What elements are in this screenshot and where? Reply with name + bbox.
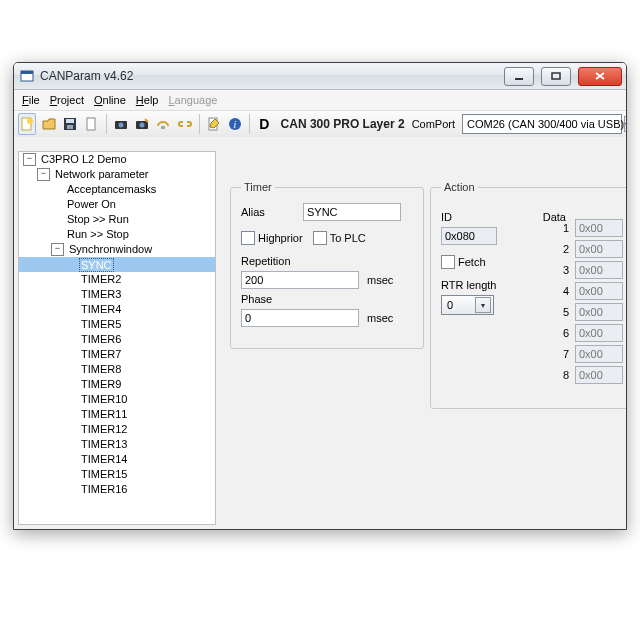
alias-label: Alias [241,206,299,218]
toolbar-save-icon[interactable] [61,113,79,135]
tree-sync-selected[interactable]: SYNC [19,257,215,272]
chevron-down-icon: ▾ [475,297,491,313]
data-index: 8 [559,369,569,381]
close-button[interactable] [578,67,622,86]
toolbar-page-icon[interactable] [82,113,100,135]
toolbar-edit-icon[interactable] [205,113,223,135]
tree-timer-item[interactable]: TIMER5 [19,317,215,332]
toolbar-link-icon[interactable] [175,113,193,135]
tree-timer-item[interactable]: TIMER15 [19,467,215,482]
data-row: 30x00 [559,259,623,280]
repetition-input[interactable] [241,271,359,289]
tree-timer-item[interactable]: TIMER10 [19,392,215,407]
tree-timer-item[interactable]: TIMER4 [19,302,215,317]
maximize-button[interactable] [541,67,571,86]
menu-bar: File Project Online Help Language [14,90,626,111]
menu-language[interactable]: Language [168,94,217,106]
checkbox-icon [313,231,327,245]
menu-file[interactable]: File [22,94,40,106]
comport-select[interactable]: COM26 (CAN 300/400 via USB) ▾ [462,114,622,134]
svg-point-13 [139,123,144,128]
tree-root[interactable]: − C3PRO L2 Demo [19,152,215,167]
tree-timer-item[interactable]: TIMER8 [19,362,215,377]
tree-synchronwindow[interactable]: −Synchronwindow [19,242,215,257]
minimize-button[interactable] [504,67,534,86]
collapse-icon[interactable]: − [23,153,36,166]
app-icon [20,69,34,83]
checkbox-icon [241,231,255,245]
collapse-icon[interactable]: − [51,243,64,256]
menu-project[interactable]: Project [50,94,84,106]
device-title: CAN 300 PRO Layer 2 [277,117,409,131]
toolbar-open-icon[interactable] [39,113,57,135]
repetition-label: Repetition [241,255,413,267]
data-byte-field[interactable]: 0x00 [575,324,623,342]
highprior-checkbox[interactable]: Highprior [241,231,303,245]
id-label: ID [441,211,531,223]
svg-rect-1 [21,71,33,74]
tree-item[interactable]: Power On [19,197,215,212]
client-area: − C3PRO L2 Demo − Network parameter Acce… [14,137,626,529]
tree-item[interactable]: Acceptancemasks [19,182,215,197]
msec-unit: msec [367,274,393,286]
id-field[interactable]: 0x080 [441,227,497,245]
tree-timer-item[interactable]: TIMER7 [19,347,215,362]
toolbar-connect-icon[interactable] [154,113,172,135]
timer-legend: Timer [241,181,275,193]
toolbar-camera2-icon[interactable] [133,113,151,135]
rtr-select[interactable]: 0 ▾ [441,295,494,315]
data-index: 4 [559,285,569,297]
svg-rect-14 [161,126,165,129]
svg-rect-7 [66,119,74,123]
tree-network[interactable]: − Network parameter [19,167,215,182]
svg-rect-3 [552,73,560,79]
app-window: CANParam v4.62 File Project Online Help … [13,62,627,530]
data-index: 7 [559,348,569,360]
data-byte-field[interactable]: 0x00 [575,345,623,363]
tree-timer-item[interactable]: TIMER13 [19,437,215,452]
svg-point-11 [118,123,123,128]
timer-group: Timer Alias Highprior To PLC Repetition [230,181,424,349]
data-byte-field[interactable]: 0x00 [575,219,623,237]
data-row: 60x00 [559,322,623,343]
project-tree[interactable]: − C3PRO L2 Demo − Network parameter Acce… [18,151,216,525]
data-byte-field[interactable]: 0x00 [575,282,623,300]
tree-item[interactable]: Run >> Stop [19,227,215,242]
tree-timer-item[interactable]: TIMER16 [19,482,215,497]
tree-timer-item[interactable]: TIMER9 [19,377,215,392]
toplc-checkbox[interactable]: To PLC [313,231,366,245]
toolbar-info-icon[interactable]: i [226,113,244,135]
collapse-icon[interactable]: − [37,168,50,181]
data-byte-field[interactable]: 0x00 [575,366,623,384]
menu-online[interactable]: Online [94,94,126,106]
data-byte-field[interactable]: 0x00 [575,240,623,258]
window-title: CANParam v4.62 [40,69,133,83]
action-legend: Action [441,181,478,193]
data-row: 40x00 [559,280,623,301]
menu-help[interactable]: Help [136,94,159,106]
data-index: 1 [559,222,569,234]
toolbar-camera1-icon[interactable] [111,113,129,135]
svg-point-5 [27,118,33,124]
toolbar-separator [249,114,250,134]
phase-label: Phase [241,293,413,305]
tree-timer-item[interactable]: TIMER11 [19,407,215,422]
data-byte-field[interactable]: 0x00 [575,261,623,279]
data-byte-field[interactable]: 0x00 [575,303,623,321]
svg-rect-2 [515,78,523,80]
toolbar-d-icon[interactable]: D [255,113,273,135]
toolbar-new-icon[interactable] [18,113,36,135]
tree-timer-item[interactable]: TIMER2 [19,272,215,287]
phase-input[interactable] [241,309,359,327]
svg-rect-9 [87,118,95,130]
tree-timer-item[interactable]: TIMER14 [19,452,215,467]
rtr-label: RTR length [441,279,531,291]
tree-timer-item[interactable]: TIMER6 [19,332,215,347]
msec-unit: msec [367,312,393,324]
tree-timer-item[interactable]: TIMER12 [19,422,215,437]
tree-item[interactable]: Stop >> Run [19,212,215,227]
alias-input[interactable] [303,203,401,221]
fetch-checkbox[interactable]: Fetch [441,255,486,269]
checkbox-icon [441,255,455,269]
tree-timer-item[interactable]: TIMER3 [19,287,215,302]
